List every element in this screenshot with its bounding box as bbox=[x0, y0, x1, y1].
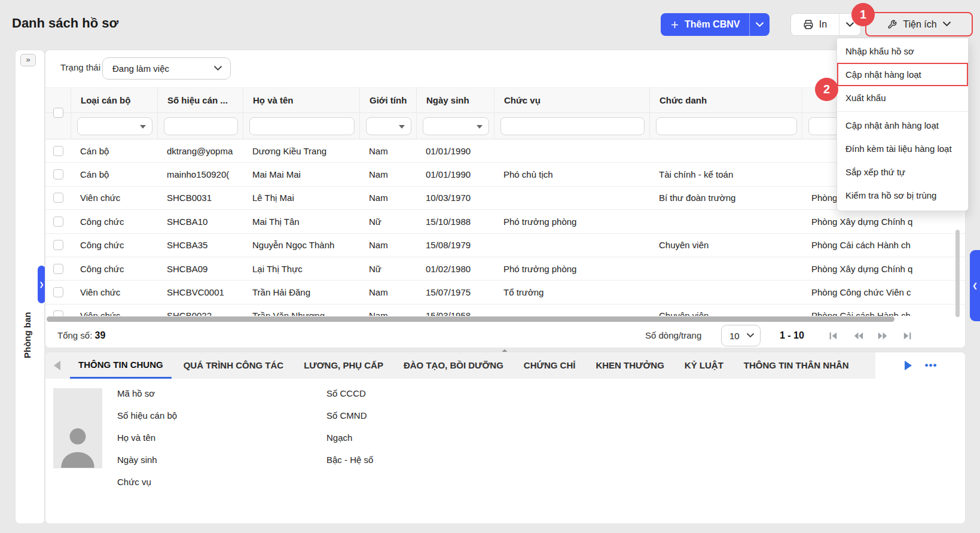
horizontal-scrollbar-thumb[interactable] bbox=[47, 316, 894, 322]
previous-page-button[interactable] bbox=[851, 328, 865, 343]
table-row[interactable]: Cán bộmainho150920(Mai Mai MaiNam01/01/1… bbox=[45, 163, 966, 186]
more-tabs-button[interactable]: ••• bbox=[925, 360, 938, 371]
menu-item-0[interactable]: Nhập khẩu hồ sơ bbox=[837, 39, 968, 63]
tab-2[interactable]: LƯƠNG, PHỤ CẤP bbox=[295, 352, 392, 379]
table-cell: Công chức bbox=[71, 240, 157, 250]
table-body: Cán bộdktrang@yopmaDương Kiều TrangNam01… bbox=[45, 139, 966, 316]
table-row[interactable]: Viên chứcSHCB0031Lê Thị MaiNam10/03/1970… bbox=[45, 187, 966, 210]
menu-item-1[interactable]: Cập nhật hàng loạt bbox=[837, 63, 968, 86]
table-cell: Nam bbox=[359, 146, 416, 156]
table-cell: Nam bbox=[359, 287, 416, 297]
row-checkbox[interactable] bbox=[53, 240, 63, 250]
tab-4[interactable]: CHỨNG CHỈ bbox=[515, 352, 584, 379]
column-filter-input[interactable] bbox=[249, 117, 355, 135]
column-filter-select[interactable] bbox=[423, 117, 489, 135]
row-checkbox[interactable] bbox=[53, 193, 63, 203]
column-filter-select[interactable] bbox=[77, 117, 152, 135]
table-cell: Viên chức bbox=[71, 310, 157, 316]
row-checkbox[interactable] bbox=[53, 217, 63, 227]
detail-field-label: Số hiệu cán bộ bbox=[117, 410, 177, 421]
table-cell: dktrang@yopma bbox=[157, 146, 243, 156]
tabs-scroll-right-button[interactable] bbox=[905, 361, 912, 370]
plus-icon bbox=[670, 20, 679, 29]
status-select[interactable]: Đang làm việc bbox=[102, 57, 231, 80]
column-filter-input[interactable] bbox=[164, 117, 238, 135]
table-cell: Phó trưởng phòng bbox=[494, 217, 649, 227]
tab-1[interactable]: QUÁ TRÌNH CÔNG TÁC bbox=[175, 352, 292, 379]
row-checkbox-cell bbox=[45, 264, 71, 274]
column-filter-select[interactable] bbox=[366, 117, 411, 135]
table-cell: Nam bbox=[359, 240, 416, 250]
row-checkbox-cell bbox=[45, 146, 71, 156]
menu-item-2[interactable]: Xuất khẩu bbox=[837, 86, 968, 109]
print-button[interactable]: In bbox=[791, 14, 839, 35]
menu-item-6[interactable]: Kiểm tra hồ sơ bị trùng bbox=[837, 184, 968, 207]
utilities-label: Tiện ích bbox=[903, 19, 936, 30]
table-row[interactable]: Công chứcSHCBA35Nguyễn Ngọc ThànhNam15/0… bbox=[45, 234, 966, 257]
rows-per-page-select[interactable]: 10 bbox=[721, 325, 761, 346]
vertical-scrollbar-thumb[interactable] bbox=[955, 230, 960, 317]
table-row[interactable]: Công chứcSHCBA10Mai Thị TânNữ15/10/1988P… bbox=[45, 210, 966, 233]
tab-6[interactable]: KỶ LUẬT bbox=[676, 352, 732, 379]
detail-field-label: Họ và tên bbox=[117, 433, 155, 443]
total-count: Tổng số: 39 bbox=[57, 322, 105, 348]
column-header: Giới tính bbox=[359, 88, 416, 112]
print-split-button: In bbox=[790, 13, 861, 36]
add-cbnv-split-button: Thêm CBNV bbox=[661, 13, 770, 36]
table-cell: Phòng Xây dựng Chính q bbox=[802, 264, 966, 274]
row-checkbox[interactable] bbox=[53, 169, 63, 179]
rows-per-page-value: 10 bbox=[729, 331, 740, 341]
menu-item-3[interactable]: Cập nhật ảnh hàng loạt bbox=[837, 114, 968, 137]
column-filter-input[interactable] bbox=[656, 117, 797, 135]
expand-panel-button[interactable]: » bbox=[20, 54, 36, 66]
chevron-down-icon bbox=[846, 22, 854, 28]
tabs-right-zone: ••• bbox=[875, 352, 966, 379]
table-row[interactable]: Viên chứcSHCBVC0001Trần Hải ĐăngNam15/07… bbox=[45, 281, 966, 304]
tabs-scroll-left-button[interactable] bbox=[45, 352, 68, 379]
utilities-button[interactable]: Tiện ích bbox=[865, 12, 973, 36]
utilities-menu: Nhập khẩu hồ sơCập nhật hàng loạtXuất kh… bbox=[836, 38, 969, 211]
row-checkbox[interactable] bbox=[53, 264, 63, 274]
filter-cell bbox=[243, 113, 359, 139]
open-right-panel-handle[interactable]: ❮ bbox=[970, 250, 980, 321]
table-cell: Lê Thị Mai bbox=[243, 193, 359, 203]
table-cell: SHCB0022 bbox=[157, 310, 243, 316]
menu-divider bbox=[837, 111, 968, 112]
row-checkbox[interactable] bbox=[53, 146, 63, 156]
table-filter-row bbox=[45, 113, 966, 139]
table-cell: Nam bbox=[359, 310, 416, 316]
table-cell: SHCB0031 bbox=[157, 193, 243, 203]
menu-item-5[interactable]: Sắp xếp thứ tự bbox=[837, 160, 968, 184]
table-cell: Trần Văn Nhượng bbox=[243, 310, 359, 316]
table-row[interactable]: Cán bộdktrang@yopmaDương Kiều TrangNam01… bbox=[45, 139, 966, 163]
table-cell: SHCBA35 bbox=[157, 240, 243, 250]
next-page-button[interactable] bbox=[875, 328, 890, 343]
table-cell: Công chức bbox=[71, 264, 157, 274]
column-header: Chức danh bbox=[649, 88, 802, 112]
first-page-button[interactable] bbox=[826, 328, 840, 343]
add-cbnv-button[interactable]: Thêm CBNV bbox=[661, 13, 749, 36]
table-cell: Công chức bbox=[71, 217, 157, 227]
tab-3[interactable]: ĐÀO TẠO, BỒI DƯỠNG bbox=[395, 352, 512, 379]
detail-card: THÔNG TIN CHUNGQUÁ TRÌNH CÔNG TÁCLƯƠNG, … bbox=[45, 352, 966, 524]
chevron-left-icon: ❮ bbox=[972, 282, 978, 290]
tab-5[interactable]: KHEN THƯỞNG bbox=[587, 352, 672, 379]
menu-item-4[interactable]: Đính kèm tài liệu hàng loạt bbox=[837, 137, 968, 160]
table-cell: Dương Kiều Trang bbox=[243, 146, 359, 156]
last-page-button[interactable] bbox=[900, 328, 914, 343]
column-header: Chức vụ bbox=[494, 88, 649, 112]
row-checkbox[interactable] bbox=[53, 287, 63, 297]
page-range: 1 - 10 bbox=[780, 322, 804, 348]
table-row[interactable]: Công chứcSHCBA09Lại Thị ThựcNữ01/02/1980… bbox=[45, 257, 966, 281]
add-cbnv-dropdown-button[interactable] bbox=[749, 13, 770, 36]
tab-7[interactable]: THÔNG TIN THÂN NHÂN bbox=[735, 352, 857, 379]
column-filter-input[interactable] bbox=[500, 117, 645, 135]
select-all-checkbox[interactable] bbox=[53, 108, 63, 118]
tab-0[interactable]: THÔNG TIN CHUNG bbox=[70, 352, 172, 379]
table-row[interactable]: Viên chứcSHCB0022Trần Văn NhượngNam15/03… bbox=[45, 304, 966, 316]
chevron-down-icon bbox=[140, 125, 146, 129]
chevron-down-icon bbox=[756, 22, 764, 28]
table-cell: Phòng Công chức Viên c bbox=[802, 287, 966, 297]
table-cell: Chuyên viên bbox=[649, 310, 802, 316]
row-checkbox[interactable] bbox=[53, 310, 63, 316]
